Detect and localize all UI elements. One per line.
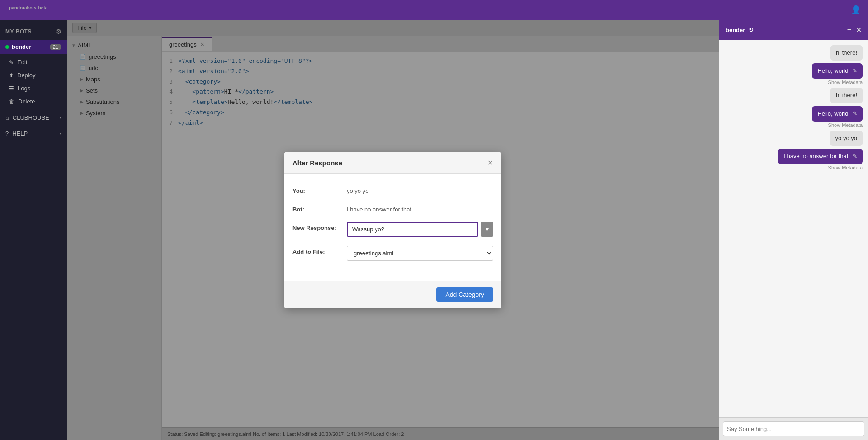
new-response-dropdown-button[interactable]: ▾: [481, 222, 493, 237]
chat-msg-group-3: hi there!: [725, 88, 863, 103]
add-category-button[interactable]: Add Category: [436, 287, 493, 302]
chat-msg-group-1: hi there!: [725, 45, 863, 61]
sidebar-item-logs[interactable]: ☰ Logs: [0, 82, 67, 95]
sidebar: MY BOTS ⚙ bender 21 ✎ Edit ⬆ Deploy ☰ Lo…: [0, 20, 67, 440]
beta-label: beta: [38, 5, 48, 10]
new-response-label: New Response:: [292, 222, 347, 231]
bot-sub-actions: ✎ Edit ⬆ Deploy ☰ Logs 🗑 Delete: [0, 54, 67, 110]
sidebar-item-help[interactable]: ? HELP ›: [0, 126, 67, 141]
bot-name: bender: [5, 43, 31, 50]
bot-bubble-text-1: Hello, world!: [817, 67, 850, 75]
chat-edit-icon-3[interactable]: ✎: [853, 153, 857, 160]
content-area: File ▾ ▾ AIML 📄 greeetings 📄 udc: [67, 20, 719, 440]
sidebar-item-delete[interactable]: 🗑 Delete: [0, 95, 67, 108]
chat-edit-icon-2[interactable]: ✎: [853, 110, 857, 117]
edit-label: Edit: [17, 59, 27, 66]
edit-icon: ✎: [9, 59, 14, 66]
modal-body: You: yo yo yo Bot: I have no answer for …: [284, 174, 501, 281]
logs-icon: ☰: [9, 85, 14, 92]
bot-name-label: bender: [12, 43, 31, 50]
logo: pandorabotsbeta: [7, 5, 47, 15]
deploy-label: Deploy: [17, 72, 35, 79]
chat-msg-group-4: Hello, world! ✎ Show Metadata: [725, 106, 863, 128]
chat-refresh-icon[interactable]: ↻: [749, 27, 754, 33]
show-metadata-1[interactable]: Show Metadata: [828, 80, 863, 85]
sidebar-item-edit[interactable]: ✎ Edit: [0, 56, 67, 69]
modal-close-button[interactable]: ✕: [487, 159, 493, 167]
chat-msg-group-2: Hello, world! ✎ Show Metadata: [725, 63, 863, 85]
chat-edit-icon-1[interactable]: ✎: [853, 67, 857, 75]
modal-overlay: Alter Response ✕ You: yo yo yo Bot: I ha…: [67, 20, 719, 440]
gear-icon[interactable]: ⚙: [56, 28, 62, 35]
delete-label: Delete: [18, 98, 35, 105]
bot-count-badge: 21: [50, 44, 61, 50]
add-to-file-label: Add to File:: [292, 246, 347, 255]
bot-value: I have no answer for that.: [347, 203, 413, 213]
chat-bot-name: bender ↻: [726, 27, 754, 33]
user-icon[interactable]: 👤: [851, 5, 861, 15]
chat-user-bubble-1: hi there!: [830, 45, 863, 61]
add-to-file-select[interactable]: greeetings.aiml udc.aiml: [347, 246, 493, 261]
logs-label: Logs: [18, 85, 30, 92]
delete-icon: 🗑: [9, 98, 14, 105]
modal-you-field: You: yo yo yo: [292, 185, 493, 194]
chat-close-icon[interactable]: ✕: [856, 26, 862, 34]
deploy-icon: ⬆: [9, 72, 14, 79]
chat-user-bubble-2: hi there!: [830, 88, 863, 103]
chat-user-bubble-3: yo yo yo: [830, 131, 863, 146]
chat-bot-bubble-2: Hello, world! ✎: [812, 106, 863, 122]
chevron-right-icon-help: ›: [60, 131, 61, 136]
chat-msg-group-5: yo yo yo: [725, 131, 863, 146]
new-response-input-row: ▾: [347, 222, 493, 237]
chat-msg-group-6: I have no answer for that. ✎ Show Metada…: [725, 149, 863, 170]
chat-bot-bubble-1: Hello, world! ✎: [812, 63, 863, 79]
bot-label: Bot:: [292, 203, 347, 213]
chat-input[interactable]: [723, 421, 864, 436]
help-icon: ?: [5, 130, 9, 137]
sidebar-item-clubhouse[interactable]: ⌂ CLUBHOUSE ›: [0, 110, 67, 126]
bot-bubble-text-3: I have no answer for that.: [783, 152, 850, 160]
chat-bot-bubble-3: I have no answer for that. ✎: [778, 149, 863, 164]
main-layout: MY BOTS ⚙ bender 21 ✎ Edit ⬆ Deploy ☰ Lo…: [0, 20, 868, 440]
bot-item-bender[interactable]: bender 21: [0, 40, 67, 54]
new-response-input[interactable]: [347, 222, 478, 237]
bot-status-dot: [5, 45, 9, 49]
show-metadata-3[interactable]: Show Metadata: [828, 165, 863, 170]
my-bots-label: MY BOTS: [5, 28, 32, 35]
modal-header: Alter Response ✕: [284, 152, 501, 174]
chat-add-icon[interactable]: +: [847, 26, 851, 34]
bot-bubble-text-2: Hello, world!: [817, 110, 850, 118]
modal-title: Alter Response: [292, 159, 342, 167]
you-label: You:: [292, 185, 347, 194]
help-label: HELP: [12, 130, 28, 137]
clubhouse-label: CLUBHOUSE: [13, 114, 49, 121]
logo-text: pandorabots: [9, 5, 37, 10]
modal-add-to-file-field: Add to File: greeetings.aiml udc.aiml: [292, 246, 493, 261]
you-value: yo yo yo: [347, 185, 368, 194]
show-metadata-2[interactable]: Show Metadata: [828, 122, 863, 128]
my-bots-header: MY BOTS ⚙: [0, 23, 67, 40]
modal-bot-field: Bot: I have no answer for that.: [292, 203, 493, 213]
alter-response-modal: Alter Response ✕ You: yo yo yo Bot: I ha…: [284, 152, 501, 308]
clubhouse-icon: ⌂: [5, 114, 9, 121]
chat-header-actions: + ✕: [847, 26, 862, 34]
chat-header: bender ↻ + ✕: [719, 20, 868, 40]
topbar: pandorabotsbeta 👤: [0, 0, 868, 20]
chevron-right-icon: ›: [60, 115, 61, 121]
sidebar-item-deploy[interactable]: ⬆ Deploy: [0, 69, 67, 82]
modal-new-response-field: New Response: ▾: [292, 222, 493, 237]
chat-messages: hi there! Hello, world! ✎ Show Metadata …: [719, 40, 868, 417]
chat-panel: bender ↻ + ✕ hi there! Hello, world! ✎ S…: [719, 20, 868, 440]
chat-bot-name-label: bender: [726, 27, 745, 33]
modal-footer: Add Category: [284, 281, 501, 308]
chat-input-area: [719, 417, 868, 440]
